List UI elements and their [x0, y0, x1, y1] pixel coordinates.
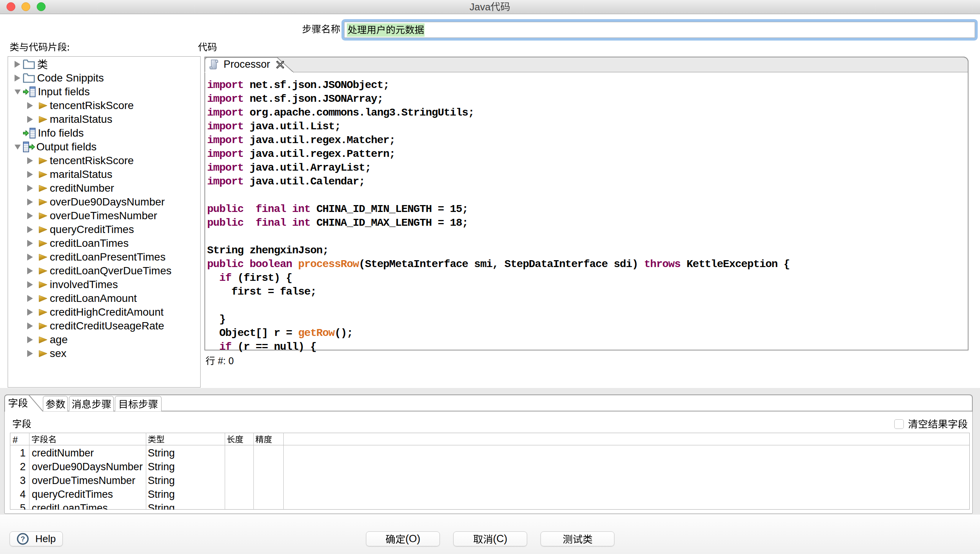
svg-text:?: ? — [21, 535, 25, 543]
